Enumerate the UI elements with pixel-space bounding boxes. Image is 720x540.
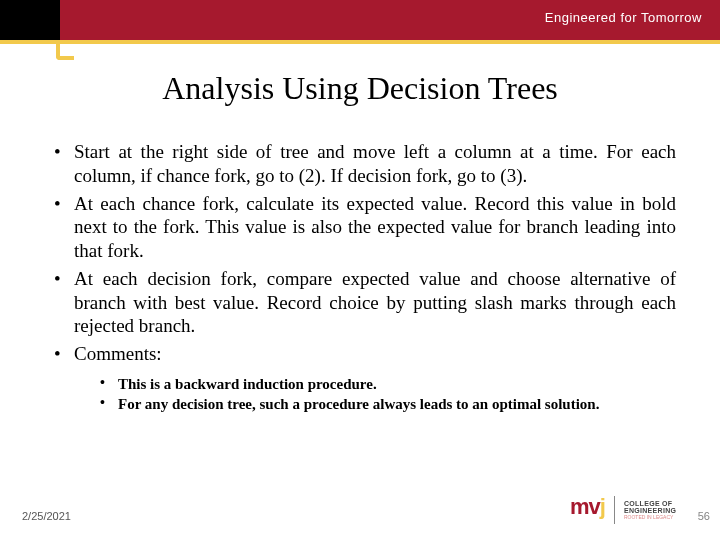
sub-bullet-item: For any decision tree, such a procedure … xyxy=(88,394,676,414)
logo-right-block: COLLEGE OF ENGINEERING ROOTED IN LEGACY xyxy=(624,500,676,520)
bullet-text: Comments: xyxy=(74,343,162,364)
slide-body: Start at the right side of tree and move… xyxy=(48,140,676,418)
slide-title: Analysis Using Decision Trees xyxy=(0,70,720,107)
logo-divider xyxy=(614,496,615,524)
bullet-item: At each decision fork, compare expected … xyxy=(48,267,676,338)
slide: Engineered for Tomorrow Analysis Using D… xyxy=(0,0,720,540)
logo-small-tagline: ROOTED IN LEGACY xyxy=(624,514,676,520)
bullet-item: Start at the right side of tree and move… xyxy=(48,140,676,188)
tagline-text: Engineered for Tomorrow xyxy=(545,10,702,25)
logo-coe-line2: ENGINEERING xyxy=(624,507,676,514)
bullet-item: At each chance fork, calculate its expec… xyxy=(48,192,676,263)
bullet-list-main: Start at the right side of tree and move… xyxy=(48,140,676,414)
logo-mvj-text: mvj xyxy=(570,494,605,519)
logo-coe-line1: COLLEGE OF xyxy=(624,500,676,507)
header-yellow-hook xyxy=(56,44,74,60)
college-logo: mvj COLLEGE OF ENGINEERING ROOTED IN LEG… xyxy=(570,494,690,528)
header-bar: Engineered for Tomorrow xyxy=(0,0,720,48)
footer-page-number: 56 xyxy=(698,510,710,522)
header-yellow-line xyxy=(0,40,720,44)
bullet-item: Comments: This is a backward induction p… xyxy=(48,342,676,414)
bullet-list-sub: This is a backward induction procedure. … xyxy=(74,374,676,415)
header-black-block xyxy=(0,0,60,40)
sub-bullet-item: This is a backward induction procedure. xyxy=(88,374,676,394)
footer-date: 2/25/2021 xyxy=(22,510,71,522)
